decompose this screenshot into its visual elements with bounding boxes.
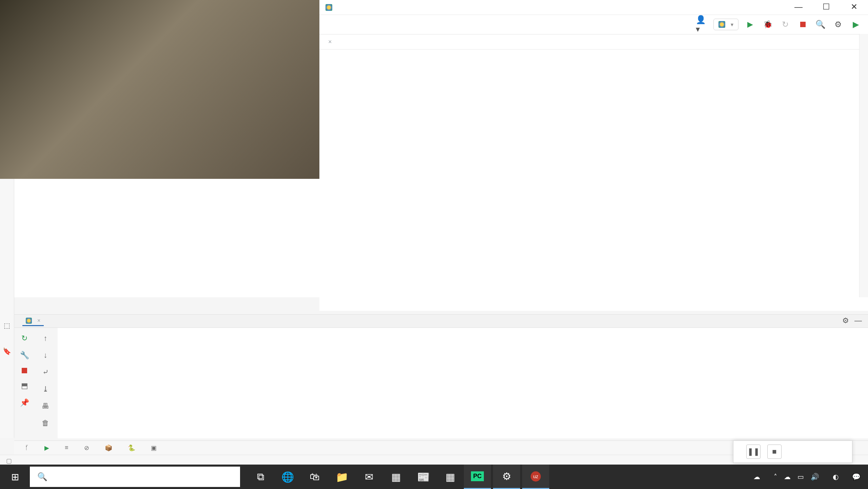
search-icon: 🔍: [37, 472, 47, 482]
run-panel-tab[interactable]: ×: [22, 316, 44, 326]
webcam-overlay: [0, 0, 319, 179]
window-maximize-button[interactable]: ☐: [812, 0, 840, 14]
search-everywhere-button[interactable]: 🔍: [814, 18, 827, 31]
python-console-tab[interactable]: 🐍: [128, 444, 139, 452]
status-tool-window-button[interactable]: ▢: [6, 457, 12, 465]
debug-button[interactable]: 🐞: [762, 18, 774, 31]
right-tool-strip: [859, 34, 868, 297]
soft-wrap-button[interactable]: ⤶: [42, 368, 48, 377]
explorer-button[interactable]: 📁: [328, 465, 355, 489]
run-toolbar-left: ↻ 🔧 ⬒ 📌: [14, 328, 35, 438]
python-icon: [718, 21, 725, 28]
store-button[interactable]: 🛍: [301, 465, 328, 489]
battery-icon[interactable]: ▭: [797, 473, 804, 481]
pycharm-icon: [326, 4, 332, 11]
down-stack-button[interactable]: ↓: [44, 351, 47, 360]
clear-all-button[interactable]: 🗑: [42, 419, 49, 428]
terminal-tab[interactable]: ▣: [151, 444, 160, 452]
python-packages-tab[interactable]: 📦: [105, 444, 116, 452]
run-panel-header: ×: [14, 314, 868, 328]
layout-button[interactable]: ⬒: [21, 381, 28, 390]
wrench-button[interactable]: 🔧: [20, 351, 29, 360]
editor-gutter: [81, 179, 119, 297]
editor-lower[interactable]: [0, 179, 868, 297]
window-close-button[interactable]: ✕: [840, 0, 868, 14]
left-tool-strip: ⬚ 🔖: [0, 179, 14, 438]
recording-pause-button[interactable]: ❚❚: [746, 445, 761, 459]
print-button[interactable]: 🖶: [42, 402, 49, 411]
task-view-button[interactable]: ⧉: [247, 465, 274, 489]
problems-tab[interactable]: ⊘: [84, 444, 93, 452]
version-control-tab[interactable]: ᚶ: [25, 444, 32, 451]
rerun-button[interactable]: ↻: [21, 334, 27, 343]
main-toolbar: 👤▾ ▾ ▶ 🐞 ↻ 🔍 ⚙ ▶: [319, 15, 868, 35]
ide-settings-button[interactable]: ⚙: [832, 18, 844, 31]
learn-button[interactable]: ▶: [850, 18, 862, 31]
up-stack-button[interactable]: ↑: [44, 334, 47, 343]
coverage-button[interactable]: ↻: [779, 18, 791, 31]
run-panel-hide-button[interactable]: —: [854, 316, 862, 325]
system-tray: ☁ ˄ ☁ ▭ 🔊 ◐ 💬: [746, 473, 868, 481]
news-button[interactable]: 📰: [410, 465, 437, 489]
stop-button[interactable]: [797, 18, 809, 31]
volume-icon[interactable]: 🔊: [811, 473, 819, 481]
bookmarks-icon[interactable]: 🔖: [3, 347, 11, 355]
editor-tab-row: × ⋮: [319, 35, 868, 50]
run-tab[interactable]: ▶: [44, 444, 53, 452]
onedrive-icon[interactable]: ☁: [784, 473, 791, 481]
edge-button[interactable]: 🌐: [274, 465, 301, 489]
code-with-me-button[interactable]: 👤▾: [696, 18, 708, 31]
chevron-down-icon: ▾: [731, 21, 733, 28]
todo-tab[interactable]: ≡: [65, 444, 72, 451]
app-button-1[interactable]: ▦: [382, 465, 410, 489]
weather-icon[interactable]: ☁: [753, 473, 760, 481]
scroll-to-end-button[interactable]: ⤓: [42, 385, 48, 394]
tab-close-icon[interactable]: ×: [328, 38, 332, 45]
tray-chevron-up-icon[interactable]: ˄: [774, 473, 777, 481]
structure-icon[interactable]: ⬚: [4, 321, 10, 330]
recording-stop-button[interactable]: ■: [767, 445, 782, 459]
pycharm-taskbar-button[interactable]: PC: [464, 465, 491, 489]
screen-recording-overlay: ❚❚ ■: [733, 440, 852, 463]
run-button[interactable]: ▶: [744, 18, 756, 31]
ime-mode-icon[interactable]: ◐: [833, 473, 839, 481]
bs-taskbar-button[interactable]: uz: [522, 465, 549, 489]
app-button-2[interactable]: ▦: [437, 465, 464, 489]
start-button[interactable]: ⊞: [0, 465, 30, 489]
taskbar-search[interactable]: 🔍: [30, 467, 240, 487]
run-panel-settings-button[interactable]: ⚙: [842, 316, 849, 325]
stop-process-button[interactable]: [22, 368, 27, 373]
window-minimize-button[interactable]: —: [785, 0, 812, 14]
mail-button[interactable]: ✉: [355, 465, 382, 489]
windows-taskbar: ⊞ 🔍 ⧉ 🌐 🛍 📁 ✉ ▦ 📰 ▦ PC ⚙ uz ☁ ˄ ☁ ▭ 🔊 ◐ …: [0, 465, 868, 489]
python-icon: [26, 318, 32, 324]
notifications-icon[interactable]: 💬: [852, 473, 861, 481]
run-console[interactable]: [58, 328, 868, 438]
settings-taskbar-button[interactable]: ⚙: [493, 465, 520, 489]
run-config-selector[interactable]: ▾: [713, 19, 738, 30]
run-tab-close-icon[interactable]: ×: [37, 318, 40, 324]
run-toolbar-console: ↑ ↓ ⤶ ⤓ 🖶 🗑: [35, 328, 56, 438]
pin-button[interactable]: 📌: [20, 398, 29, 407]
